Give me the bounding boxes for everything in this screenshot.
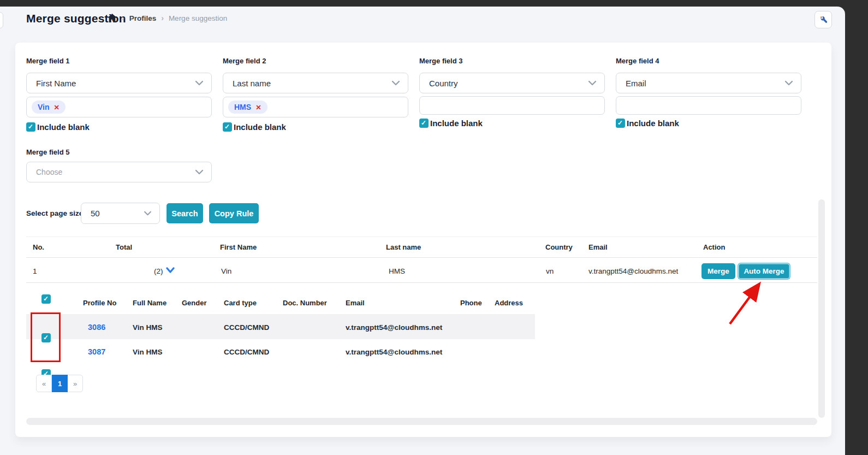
chevron-separator-icon xyxy=(117,14,129,22)
row-total: (2) xyxy=(154,267,163,275)
pagination: « 1 » xyxy=(36,375,83,392)
pagination-page-1[interactable]: 1 xyxy=(52,375,68,392)
col-action: Action xyxy=(703,243,725,251)
breadcrumb: Profiles Merge suggestion xyxy=(108,14,227,22)
merge-button[interactable]: Merge xyxy=(701,263,735,279)
merge-field-5-placeholder: Choose xyxy=(36,168,62,176)
col-detail-email: Email xyxy=(346,299,365,307)
value-tag: HMS ✕ xyxy=(228,101,267,114)
breadcrumb-profiles-link[interactable]: Profiles xyxy=(129,14,157,22)
chevron-down-icon xyxy=(588,80,597,86)
tag-text: Vin xyxy=(38,103,50,111)
merge-field-4-values-input[interactable] xyxy=(616,96,801,115)
merge-field-3-select[interactable]: Country xyxy=(419,73,605,93)
merge-field-2-label: Merge field 2 xyxy=(223,57,266,65)
merge-field-1-values-input[interactable]: Vin ✕ xyxy=(26,97,212,117)
chevron-down-icon xyxy=(144,211,152,216)
include-blank-label: Include blank xyxy=(37,122,90,132)
profile-no-link[interactable]: 3087 xyxy=(88,347,105,356)
merge-field-4-select[interactable]: Email xyxy=(616,73,801,93)
col-phone: Phone xyxy=(460,299,482,307)
merge-field-1-select[interactable]: First Name xyxy=(26,73,212,93)
settings-wrench-button[interactable] xyxy=(815,11,832,28)
horizontal-scrollbar[interactable] xyxy=(26,418,817,425)
merge-field-3-values-input[interactable] xyxy=(419,96,605,115)
page-size-label: Select page size: xyxy=(26,209,86,217)
tag-text: HMS xyxy=(234,103,251,111)
card-type: CCCD/CMND xyxy=(224,323,269,332)
col-no: No. xyxy=(33,243,44,251)
email: v.trangptt54@cloudhms.net xyxy=(346,348,442,356)
row-country: vn xyxy=(546,267,554,275)
col-gender: Gender xyxy=(182,299,207,307)
row-email: v.trangptt54@cloudhms.net xyxy=(588,267,678,275)
include-blank-label: Include blank xyxy=(627,119,679,128)
pagination-next-button[interactable]: » xyxy=(67,375,83,392)
chevron-separator-icon xyxy=(156,14,169,22)
breadcrumb-current: Merge suggestion xyxy=(169,14,227,22)
row-no: 1 xyxy=(33,267,37,275)
pagination-prev-button[interactable]: « xyxy=(36,375,52,392)
merge-field-1-value: First Name xyxy=(36,79,76,88)
col-full-name: Full Name xyxy=(133,299,167,307)
sidebar-toggle-partial[interactable] xyxy=(0,12,3,28)
col-doc-number: Doc. Number xyxy=(283,299,327,307)
auto-merge-button[interactable]: Auto Merge xyxy=(738,263,790,279)
wrench-icon xyxy=(819,15,828,25)
include-blank-label: Include blank xyxy=(430,119,483,128)
merge-field-2-value: Last name xyxy=(233,79,271,88)
card-type: CCCD/CMND xyxy=(224,348,269,356)
col-address: Address xyxy=(495,299,523,307)
include-blank-checkbox[interactable] xyxy=(223,122,232,132)
value-tag: Vin ✕ xyxy=(32,101,66,114)
merge-field-1-label: Merge field 1 xyxy=(26,57,69,65)
chevron-down-icon xyxy=(195,169,204,175)
merge-field-2-values-input[interactable]: HMS ✕ xyxy=(223,97,408,117)
select-all-checkbox[interactable] xyxy=(41,294,51,304)
col-last-name: Last name xyxy=(386,243,421,251)
col-profile-no: Profile No xyxy=(83,299,116,307)
expand-chevron-icon[interactable] xyxy=(166,267,175,274)
merge-field-4-label: Merge field 4 xyxy=(616,57,659,65)
remove-tag-icon[interactable]: ✕ xyxy=(54,103,60,111)
home-icon[interactable] xyxy=(108,14,117,22)
merge-field-4-value: Email xyxy=(626,79,646,88)
copy-rule-button[interactable]: Copy Rule xyxy=(209,203,259,223)
merge-field-3-value: Country xyxy=(429,79,458,88)
full-name: Vin HMS xyxy=(133,348,163,356)
chevron-down-icon xyxy=(391,80,400,86)
col-email: Email xyxy=(588,243,608,251)
col-card-type: Card type xyxy=(224,299,257,307)
email: v.trangptt54@cloudhms.net xyxy=(346,323,442,332)
row-first-name: Vin xyxy=(221,267,231,275)
col-total: Total xyxy=(116,243,132,251)
full-name: Vin HMS xyxy=(133,323,163,332)
merge-field-5-label: Merge field 5 xyxy=(26,148,69,156)
include-blank-checkbox[interactable] xyxy=(419,119,429,128)
col-first-name: First Name xyxy=(220,243,257,251)
chevron-down-icon xyxy=(784,80,793,86)
merge-field-2-select[interactable]: Last name xyxy=(223,73,408,93)
remove-tag-icon[interactable]: ✕ xyxy=(255,103,261,111)
vertical-scrollbar[interactable] xyxy=(818,199,825,418)
merge-field-5-select[interactable]: Choose xyxy=(26,162,212,182)
chevron-down-icon xyxy=(195,80,204,86)
include-blank-checkbox[interactable] xyxy=(616,119,625,128)
search-button[interactable]: Search xyxy=(167,203,203,223)
merge-field-3-label: Merge field 3 xyxy=(419,57,462,65)
include-blank-checkbox[interactable] xyxy=(26,122,35,132)
profile-no-link[interactable]: 3086 xyxy=(88,323,105,332)
page-size-select[interactable]: 50 xyxy=(81,203,160,224)
row-last-name: HMS xyxy=(389,267,405,275)
page-size-value: 50 xyxy=(91,209,100,218)
col-country: Country xyxy=(545,243,573,251)
include-blank-label: Include blank xyxy=(234,122,286,132)
row-checkbox[interactable] xyxy=(41,333,51,342)
